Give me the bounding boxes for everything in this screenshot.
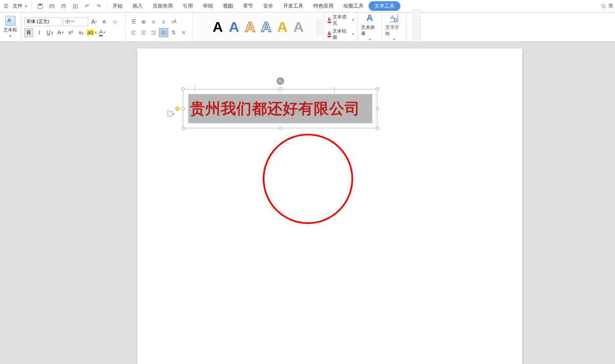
misc-button-3[interactable] <box>413 28 420 36</box>
increase-indent-icon[interactable]: ≥ <box>159 17 168 26</box>
line-spacing-icon[interactable]: ⇅ <box>169 28 178 37</box>
handle-top-middle[interactable] <box>279 87 282 91</box>
wordart-style-2[interactable]: A <box>229 19 239 35</box>
increase-font-icon[interactable]: A+ <box>90 17 99 26</box>
handle-middle-right[interactable] <box>376 107 379 110</box>
textbox-button-label: 文本框 <box>3 27 17 33</box>
wordart-style-5[interactable]: A <box>277 19 288 35</box>
file-menu-group: ☰ 文件 ▾ <box>2 2 32 10</box>
text-effects-dropdown-icon: ▾ <box>369 38 371 41</box>
tab-featured[interactable]: 特色应用 <box>308 0 338 12</box>
text-direction-icon: AB <box>388 13 400 23</box>
tab-insert[interactable]: 插入 <box>128 0 148 12</box>
strikethrough-button[interactable]: A̶ <box>56 28 65 37</box>
align-left-icon[interactable] <box>129 28 138 37</box>
textbox-text[interactable]: 贵州我们都还好有限公司 <box>190 99 360 119</box>
misc-buttons-group <box>406 13 427 41</box>
text-fill-button[interactable]: A 文本填充 ▾ <box>328 14 354 26</box>
wordart-style-3[interactable]: A <box>245 19 255 35</box>
handle-middle-left[interactable] <box>182 107 185 110</box>
red-circle-shape[interactable] <box>263 134 353 224</box>
quick-access: ↶ ↷ <box>32 2 108 10</box>
subscript-button[interactable]: x₂ <box>77 28 86 37</box>
selected-textbox[interactable]: 贵州我们都还好有限公司 <box>183 89 377 128</box>
handle-top-left[interactable] <box>182 87 185 91</box>
search-icon <box>601 3 607 9</box>
bullets-icon[interactable]: ☰ <box>129 17 138 26</box>
paragraph-group: ☰ ≣ ≤ ≥ ↕A ⇅ ≡ <box>126 13 192 41</box>
handle-bottom-left[interactable] <box>182 127 185 130</box>
save-icon[interactable] <box>36 2 44 10</box>
decrease-indent-icon[interactable]: ≤ <box>149 17 158 26</box>
tab-texttools[interactable]: 文本工具 <box>369 1 400 11</box>
text-direction-group[interactable]: AB 文字方向 ▾ <box>382 13 406 41</box>
decrease-font-icon[interactable]: A- <box>100 17 109 26</box>
print-icon[interactable] <box>59 2 68 10</box>
tab-reference[interactable]: 引用 <box>178 0 198 12</box>
wordart-style-6[interactable]: A <box>293 19 304 35</box>
tab-review[interactable]: 审阅 <box>198 0 218 12</box>
misc-button-1[interactable] <box>413 10 420 17</box>
svg-point-5 <box>602 4 605 7</box>
handle-bottom-middle[interactable] <box>279 127 282 130</box>
clear-format-icon[interactable]: ◇ <box>110 17 120 26</box>
text-fill-outline-group: A 文本填充 ▾ A 文本轮廓 ▾ <box>324 13 358 41</box>
redo-icon[interactable]: ↷ <box>95 2 103 10</box>
tab-drawingtools[interactable]: 绘图工具 <box>338 0 369 12</box>
text-effects-group[interactable]: A 文本效果 ▾ <box>358 13 382 41</box>
font-name-combo[interactable] <box>24 17 62 26</box>
handle-bottom-right[interactable] <box>376 127 379 130</box>
bold-button[interactable]: B <box>24 28 33 37</box>
text-effects-icon: A <box>364 13 376 23</box>
tab-view[interactable]: 视图 <box>218 0 238 12</box>
search-label: 查 <box>608 3 613 10</box>
numbering-icon[interactable]: ≣ <box>139 17 148 26</box>
text-outline-label: 文本轮廓 <box>333 28 351 41</box>
tab-start[interactable]: 开始 <box>108 0 128 12</box>
align-center-icon[interactable] <box>139 28 148 37</box>
misc-button-2[interactable] <box>413 19 420 26</box>
text-outline-button[interactable]: A 文本轮廓 ▾ <box>328 28 354 41</box>
sort-icon[interactable]: ↕A <box>169 17 178 26</box>
menu-icon[interactable]: ☰ <box>2 2 10 10</box>
handle-top-right[interactable] <box>376 87 379 91</box>
tab-devtools[interactable]: 开发工具 <box>278 0 308 12</box>
file-menu[interactable]: 文件 <box>13 3 23 10</box>
superscript-button[interactable]: x² <box>66 28 75 37</box>
font-color-button[interactable]: A <box>97 28 107 37</box>
rotate-handle[interactable] <box>277 77 284 85</box>
wordart-styles-group: A A A A A A <box>192 13 324 41</box>
align-justify-icon[interactable] <box>159 28 168 37</box>
svg-rect-3 <box>62 4 64 5</box>
svg-rect-1 <box>39 4 41 5</box>
tab-security[interactable]: 安全 <box>258 0 278 12</box>
document-canvas[interactable]: ▾ 贵州我们都还好有限公司 <box>0 42 615 364</box>
wordart-style-1[interactable]: A <box>213 19 223 35</box>
italic-button[interactable]: I <box>35 28 44 37</box>
top-menubar: ☰ 文件 ▾ ↶ ↷ 开始 插入 页面布局 引用 审阅 视图 章节 安全 开发工… <box>0 0 615 13</box>
file-dropdown-icon[interactable]: ▾ <box>25 4 27 8</box>
wordart-style-4[interactable]: A <box>261 19 272 35</box>
align-right-icon[interactable] <box>149 28 158 37</box>
underline-button[interactable]: U <box>45 28 54 37</box>
ribbon-toolbar: 文本框 ▾ A+ A- ◇ B I U A̶ x² x₂ ab A ☰ ≣ ≤ … <box>0 13 615 42</box>
search-area[interactable]: 查 <box>601 3 613 10</box>
textbox-button-icon[interactable] <box>5 16 15 26</box>
export-icon[interactable] <box>71 2 79 10</box>
print-preview-icon[interactable] <box>48 2 56 10</box>
layout-options-icon[interactable]: ▾ <box>167 109 175 118</box>
ribbon-tabs: 开始 插入 页面布局 引用 审阅 视图 章节 安全 开发工具 特色应用 绘图工具… <box>108 0 601 12</box>
distribute-icon[interactable]: ≡ <box>179 28 188 37</box>
highlight-button[interactable]: ab <box>87 28 96 37</box>
tab-chapter[interactable]: 章节 <box>238 0 258 12</box>
textbox-dropdown-icon[interactable]: ▾ <box>9 34 11 38</box>
text-outline-icon: A <box>328 31 331 37</box>
svg-text:B: B <box>394 17 397 23</box>
tab-pagelayout[interactable]: 页面布局 <box>148 0 178 12</box>
undo-icon[interactable]: ↶ <box>83 2 91 10</box>
textbox-content-area[interactable]: 贵州我们都还好有限公司 <box>188 94 372 123</box>
font-size-combo[interactable] <box>63 17 88 26</box>
text-fill-icon: A <box>328 17 331 23</box>
svg-rect-2 <box>62 5 66 8</box>
text-effects-label: 文本效果 <box>361 24 378 37</box>
